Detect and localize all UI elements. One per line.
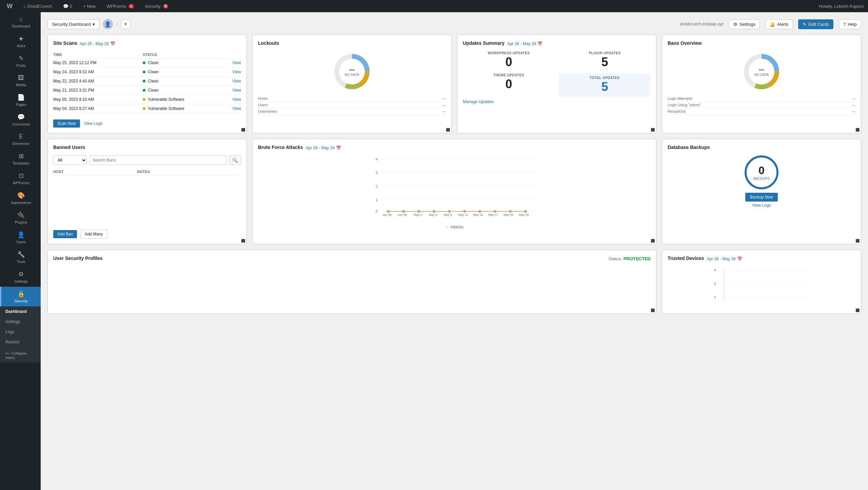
- sidebar-item-astra[interactable]: ★ Astra: [0, 32, 41, 51]
- trusted-devices-calendar-icon[interactable]: 📅: [737, 257, 742, 261]
- svg-text:May 21: May 21: [504, 213, 514, 216]
- lockouts-users-value: —: [442, 103, 446, 107]
- theme-updates-label: THEME UPDATES: [463, 73, 555, 77]
- add-widget-button[interactable]: +: [121, 19, 130, 29]
- security-link[interactable]: Security 8: [142, 0, 171, 12]
- plugin-updates-label: PLUGIN UPDATES: [559, 51, 651, 55]
- sidebar-item-pages[interactable]: 📄 Pages: [0, 90, 41, 110]
- users-icon: 👤: [17, 231, 25, 239]
- view-link[interactable]: View: [232, 60, 241, 65]
- svg-text:4: 4: [376, 157, 378, 161]
- scan-view[interactable]: View: [224, 77, 241, 86]
- scan-status: Clean: [143, 58, 224, 68]
- sidebar-wpforms-label: WPForms: [13, 181, 29, 185]
- lockouts-hosts-label: Hosts: [258, 96, 268, 100]
- site-name-link[interactable]: ⌂ DroidCrunch: [21, 0, 55, 12]
- site-scans-calendar-icon[interactable]: 📅: [110, 41, 115, 46]
- scan-now-button[interactable]: Scan Now: [53, 119, 80, 128]
- sidebar-item-plugins[interactable]: 🔌 Plugins: [0, 208, 41, 228]
- site-name-text: DroidCrunch: [27, 4, 52, 9]
- bans-title: Bans Overview: [668, 40, 702, 46]
- scans-table: TIME STATUS May 25, 2023 12:12 PM Clean …: [53, 51, 241, 113]
- scan-time: May 05, 2023 9:10 AM: [53, 95, 143, 104]
- wpforms-link[interactable]: WPForms 1: [104, 0, 136, 12]
- scan-view[interactable]: View: [224, 86, 241, 95]
- sidebar-item-users[interactable]: 👤 Users: [0, 228, 41, 247]
- comments-link[interactable]: 💬 0: [60, 0, 75, 12]
- view-logs-button[interactable]: View Logs: [84, 121, 102, 126]
- ban-filter-select[interactable]: All IP Range Country User Agent: [53, 155, 87, 165]
- submenu-settings[interactable]: Settings: [0, 317, 41, 327]
- banned-controls: All IP Range Country User Agent 🔍: [53, 155, 241, 165]
- theme-updates-stat: THEME UPDATES 0: [463, 73, 555, 97]
- svg-point-21: [433, 210, 435, 213]
- total-updates-value: 5: [561, 80, 648, 94]
- submenu-dashboard[interactable]: Dashboard: [0, 306, 41, 317]
- scan-status: Clean: [143, 68, 224, 77]
- total-updates-stat: TOTAL UPDATES 5: [559, 73, 651, 97]
- sidebar-item-dashboard[interactable]: ⌂ Dashboard: [0, 12, 41, 32]
- alerts-button[interactable]: 🔔 Alerts: [765, 19, 793, 29]
- submenu-logs[interactable]: Logs: [0, 327, 41, 337]
- scan-view[interactable]: View: [224, 104, 241, 113]
- scan-view[interactable]: View: [224, 58, 241, 68]
- add-ban-button[interactable]: Add Ban: [53, 230, 77, 238]
- sidebar-item-posts[interactable]: ✎ Posts: [0, 51, 41, 71]
- sidebar-item-settings[interactable]: ⚙ Settings: [0, 267, 41, 287]
- sidebar-item-media[interactable]: 🖼 Media: [0, 71, 41, 90]
- sidebar-posts-label: Posts: [16, 63, 26, 68]
- brute-force-title: Brute Force Attacks: [258, 145, 303, 150]
- wordpress-updates-value: 0: [463, 55, 555, 69]
- search-bans-input[interactable]: [90, 155, 226, 165]
- lockouts-hosts-value: —: [442, 96, 446, 100]
- updates-calendar-icon[interactable]: 📅: [537, 41, 542, 46]
- sidebar-item-comments[interactable]: 💬 Comments: [0, 110, 41, 130]
- sidebar-item-wpforms[interactable]: ⊡ WPForms: [0, 169, 41, 188]
- svg-point-20: [417, 210, 420, 213]
- bans-chart: — NO DATA: [668, 51, 855, 92]
- sidebar-item-elementor[interactable]: E Elementor: [0, 130, 41, 149]
- submenu-restrict[interactable]: Restrict: [0, 337, 41, 347]
- plugin-updates-value: 5: [559, 55, 651, 69]
- wp-logo[interactable]: W: [4, 0, 15, 12]
- new-content-link[interactable]: + New: [80, 0, 98, 12]
- status-dot: [143, 107, 145, 110]
- search-bans-button[interactable]: 🔍: [229, 155, 241, 165]
- status-label: Status:: [609, 256, 622, 261]
- settings-button[interactable]: ⚙ Settings: [729, 19, 760, 29]
- backup-now-button[interactable]: Backup Now: [745, 193, 777, 202]
- help-button[interactable]: ? Help: [839, 19, 861, 29]
- view-link[interactable]: View: [232, 106, 241, 111]
- site-scans-date: Apr 26 - May 26: [80, 41, 109, 46]
- sidebar-item-security[interactable]: 🔒 Security: [0, 287, 41, 306]
- theme-updates-value: 0: [463, 77, 555, 91]
- manage-updates-link[interactable]: Manage Updates: [463, 99, 651, 104]
- svg-point-24: [478, 210, 481, 213]
- security-sidebar-icon: 🔒: [17, 290, 25, 298]
- submenu-collapse[interactable]: ⟵ Collapse menu: [0, 347, 41, 362]
- view-link[interactable]: View: [232, 97, 241, 102]
- resize-handle: ⬛: [651, 239, 655, 243]
- add-many-button[interactable]: Add Many: [80, 230, 107, 239]
- edit-cards-button[interactable]: ✎ Edit Cards: [798, 19, 833, 29]
- sidebar-item-appearance[interactable]: 🎨 Appearance: [0, 188, 41, 208]
- svg-text:4: 4: [714, 268, 716, 272]
- table-row: May 21, 2023 3:31 PM Clean View: [53, 86, 241, 95]
- scan-view[interactable]: View: [224, 68, 241, 77]
- security-dashboard-breadcrumb[interactable]: Security Dashboard ▾: [47, 19, 99, 29]
- view-link[interactable]: View: [232, 70, 241, 74]
- view-link[interactable]: View: [232, 88, 241, 93]
- view-link[interactable]: View: [232, 79, 241, 83]
- backup-view-logs-link[interactable]: View Logs: [668, 203, 855, 208]
- scan-time: May 22, 2023 4:40 AM: [53, 77, 143, 86]
- svg-point-25: [494, 210, 496, 213]
- sidebar-item-templates[interactable]: ⊞ Templates: [0, 149, 41, 169]
- sidebar-item-tools[interactable]: 🔧 Tools: [0, 247, 41, 267]
- scan-time: May 24, 2023 9:32 AM: [53, 68, 143, 77]
- resize-handle: ⬛: [651, 128, 655, 132]
- scan-status: Vulnerable Software: [143, 104, 224, 113]
- lockouts-legend: Hosts — Users — Usernames —: [258, 95, 446, 115]
- brute-force-calendar-icon[interactable]: 📅: [336, 146, 341, 150]
- sidebar-astra-label: Astra: [17, 44, 25, 48]
- scan-view[interactable]: View: [224, 95, 241, 104]
